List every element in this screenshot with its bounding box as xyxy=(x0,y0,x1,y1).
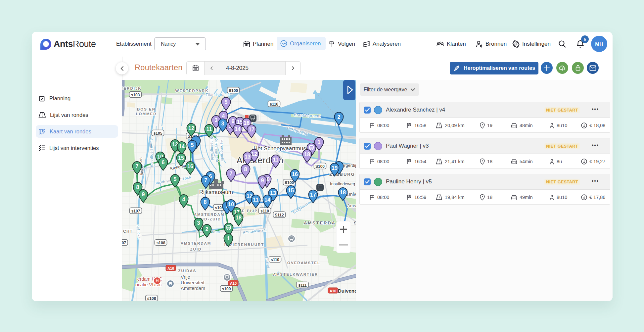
svg-text:s116: s116 xyxy=(270,102,278,107)
svg-text:TERDIJK: TERDIJK xyxy=(122,86,142,90)
svg-text:8: 8 xyxy=(244,166,247,172)
svg-text:7: 7 xyxy=(136,164,139,169)
svg-text:E PIJP: E PIJP xyxy=(242,209,258,213)
svg-text:3: 3 xyxy=(197,220,200,226)
svg-text:5: 5 xyxy=(174,176,177,182)
svg-text:16: 16 xyxy=(292,171,298,177)
svg-text:1: 1 xyxy=(318,139,321,145)
svg-text:17: 17 xyxy=(310,192,316,198)
svg-text:9: 9 xyxy=(142,192,145,197)
svg-text:Rijksmuseum: Rijksmuseum xyxy=(199,189,233,195)
svg-text:AMSTERDAM: AMSTERDAM xyxy=(194,213,225,216)
svg-text:3: 3 xyxy=(215,118,218,123)
svg-text:8: 8 xyxy=(136,184,139,190)
svg-text:s107: s107 xyxy=(131,209,140,213)
svg-text:Universiteit: Universiteit xyxy=(181,280,205,285)
svg-text:Amst: Amst xyxy=(347,203,356,208)
svg-text:18: 18 xyxy=(236,215,242,220)
svg-text:LOMMER: LOMMER xyxy=(136,112,157,116)
svg-text:5: 5 xyxy=(191,142,194,148)
svg-text:rgerdij: rgerdij xyxy=(344,163,356,168)
svg-text:13: 13 xyxy=(245,154,251,160)
svg-text:s108: s108 xyxy=(157,241,165,245)
svg-text:S: S xyxy=(354,220,356,225)
svg-text:s111: s111 xyxy=(298,283,307,288)
svg-text:8: 8 xyxy=(204,199,207,205)
svg-text:A10: A10 xyxy=(167,266,174,270)
svg-text:1: 1 xyxy=(227,236,230,241)
svg-text:CHT: CHT xyxy=(123,229,133,234)
svg-text:S100: S100 xyxy=(315,164,325,169)
svg-text:14: 14 xyxy=(179,144,185,149)
svg-text:7: 7 xyxy=(230,171,233,176)
svg-text:A10: A10 xyxy=(330,289,336,293)
svg-text:Eilandsgracht: Eilandsgracht xyxy=(206,93,230,97)
svg-text:H: H xyxy=(156,278,159,283)
svg-text:16: 16 xyxy=(244,120,250,126)
svg-text:AMSTERDAM: AMSTERDAM xyxy=(181,241,211,245)
svg-text:18: 18 xyxy=(340,190,346,195)
svg-text:17: 17 xyxy=(249,127,254,132)
svg-text:4: 4 xyxy=(182,197,185,202)
svg-text:16: 16 xyxy=(187,164,193,169)
svg-text:2: 2 xyxy=(206,226,208,232)
svg-text:10: 10 xyxy=(228,202,234,207)
svg-text:Amsterdam: Amsterdam xyxy=(181,286,205,291)
svg-text:s109: s109 xyxy=(222,287,231,291)
svg-text:7: 7 xyxy=(205,177,207,183)
svg-text:Herengracht: Herengracht xyxy=(220,140,224,162)
svg-text:2: 2 xyxy=(338,114,341,120)
svg-text:Duivendrec: Duivendrec xyxy=(338,288,356,294)
svg-text:11: 11 xyxy=(273,157,279,163)
svg-text:15: 15 xyxy=(288,188,294,193)
svg-text:14: 14 xyxy=(235,126,241,132)
svg-text:6: 6 xyxy=(232,119,235,124)
svg-text:4: 4 xyxy=(222,113,225,119)
svg-text:107: 107 xyxy=(122,241,126,245)
svg-text:AMSTELKWARTIER: AMSTELKWARTIER xyxy=(273,272,318,276)
svg-text:AMSTERDA: AMSTERDA xyxy=(304,220,336,225)
svg-text:ZUIDAS: ZUIDAS xyxy=(178,269,197,273)
svg-text:s108: s108 xyxy=(147,296,156,301)
svg-text:s110: s110 xyxy=(271,258,279,262)
svg-text:6: 6 xyxy=(162,160,165,165)
svg-text:Vrije: Vrije xyxy=(181,274,190,280)
svg-text:WESTERPARK: WESTERPARK xyxy=(175,89,209,93)
svg-text:ZUID: ZUID xyxy=(190,247,202,251)
svg-text:14: 14 xyxy=(264,197,270,203)
svg-text:19: 19 xyxy=(332,165,338,171)
svg-text:S100: S100 xyxy=(285,180,294,185)
svg-text:Insulindeweg: Insulindeweg xyxy=(330,181,355,186)
svg-text:A10: A10 xyxy=(230,281,237,285)
svg-text:12: 12 xyxy=(188,125,194,131)
svg-text:S112: S112 xyxy=(275,213,284,217)
svg-text:9: 9 xyxy=(261,178,264,183)
svg-text:BOS EN: BOS EN xyxy=(137,107,156,111)
svg-text:5: 5 xyxy=(225,99,228,105)
svg-text:11: 11 xyxy=(207,126,212,132)
svg-text:18: 18 xyxy=(304,152,310,157)
svg-text:13: 13 xyxy=(270,190,276,196)
svg-text:15: 15 xyxy=(178,155,184,161)
svg-text:S100: S100 xyxy=(229,88,238,93)
svg-text:3: 3 xyxy=(221,121,224,126)
svg-text:s110: s110 xyxy=(260,209,269,213)
svg-text:Het Scheepvaartmuse: Het Scheepvaartmuse xyxy=(253,145,309,152)
svg-text:s103: s103 xyxy=(131,93,140,97)
svg-text:11: 11 xyxy=(253,197,259,203)
svg-text:Univ: Univ xyxy=(347,192,356,197)
svg-text:OVERAMSTEL: OVERAMSTEL xyxy=(287,261,320,265)
svg-text:s105: s105 xyxy=(154,131,162,136)
